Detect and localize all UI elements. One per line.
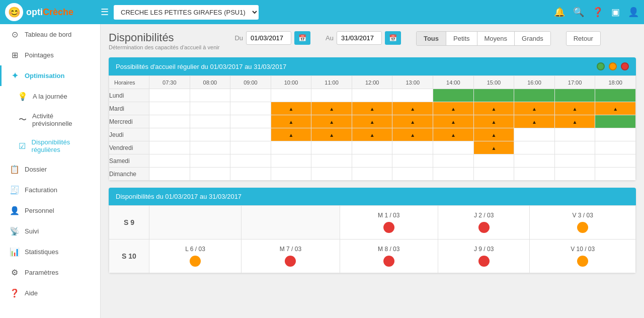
date-to-input[interactable]: [337, 31, 382, 45]
logo-area: 😊 optiCrèche: [5, 3, 96, 21]
time-slot: ▲: [352, 128, 392, 141]
avail-day-cell[interactable]: V 10 / 03: [530, 240, 636, 273]
avail-day-cell[interactable]: V 3 / 03: [530, 206, 636, 240]
time-slot: ▲: [595, 102, 636, 115]
sidebar-item-dossier[interactable]: 📋 Dossier: [0, 159, 100, 180]
sidebar-item-activite[interactable]: 〜 Activité prévisionnelle: [0, 107, 100, 133]
sidebar-label-personnel: Personnel: [25, 207, 54, 214]
time-slot: [514, 154, 555, 168]
time-slot: ▲: [433, 128, 474, 141]
time-slot: [311, 89, 352, 102]
help-icon[interactable]: ❓: [592, 7, 603, 18]
avail-day-cell[interactable]: [149, 206, 242, 240]
avail-day-label: L 6 / 03: [153, 246, 237, 253]
time-slot: [392, 168, 433, 181]
time-slot: [149, 89, 190, 102]
pointages-icon: ⊞: [10, 50, 20, 60]
schedule-panel: Possibilités d'accueil régulier du 01/03…: [109, 57, 636, 181]
day-label: Dimanche: [109, 168, 149, 181]
time-slot: [554, 154, 595, 168]
date-filter-from: Du 📅: [234, 31, 310, 45]
day-label: Jeudi: [109, 128, 149, 141]
avail-day-cell[interactable]: L 6 / 03: [149, 240, 242, 273]
sidebar-item-suivi[interactable]: 📡 Suivi: [0, 221, 100, 242]
calendar-to-button[interactable]: 📅: [385, 31, 401, 45]
time-slot: [311, 154, 352, 168]
time-slot: [230, 154, 271, 168]
filter-tous-button[interactable]: Tous: [417, 32, 446, 45]
sidebar-item-aide[interactable]: ❓ Aide: [0, 283, 100, 303]
time-slot: [433, 89, 474, 102]
time-slot: [149, 168, 190, 181]
logo-icon: 😊: [5, 3, 23, 21]
avail-dot: [383, 256, 394, 267]
avail-day-cell[interactable]: M 1 / 03: [340, 206, 438, 240]
time-slot: [514, 141, 555, 154]
schedule-panel-title: Possibilités d'accueil régulier du 01/03…: [116, 63, 286, 70]
time-slot: [554, 128, 595, 141]
time-slot: ▲: [473, 141, 514, 154]
week-label: S 10: [109, 240, 149, 273]
logo-text: optiCrèche: [26, 7, 73, 18]
sidebar: ⊙ Tableau de bord ⊞ Pointages ✦ Optimisa…: [0, 24, 101, 318]
time-slot: [271, 89, 311, 102]
legend-orange-dot: [609, 62, 617, 70]
day-label: Mercredi: [109, 115, 149, 128]
sidebar-item-parametres[interactable]: ⚙ Paramètres: [0, 262, 100, 283]
time-0800: 08:00: [190, 76, 230, 89]
time-slot: [271, 141, 311, 154]
retour-button[interactable]: Retour: [566, 31, 601, 46]
avail-day-cell[interactable]: M 7 / 03: [242, 240, 340, 273]
hamburger-button[interactable]: ☰: [101, 7, 109, 18]
time-slot: [190, 89, 230, 102]
filter-moyens-button[interactable]: Moyens: [477, 32, 515, 45]
filter-petits-button[interactable]: Petits: [446, 32, 477, 45]
sidebar-label-statistiques: Statistiques: [25, 248, 58, 256]
sidebar-label-optimisation: Optimisation: [25, 72, 64, 80]
time-slot: [352, 168, 392, 181]
sidebar-item-personnel[interactable]: 👤 Personnel: [0, 200, 100, 221]
sidebar-item-facturation[interactable]: 🧾 Facturation: [0, 180, 100, 200]
time-slot: ▲: [554, 115, 595, 128]
time-slot: ▲: [473, 128, 514, 141]
sidebar-item-optimisation[interactable]: ✦ Optimisation: [0, 65, 100, 86]
time-slot: [190, 154, 230, 168]
date-from-input[interactable]: [246, 31, 291, 45]
schedule-table: Horaires 07:30 08:00 09:00 10:00 11:00 1…: [109, 75, 636, 181]
time-slot: [473, 89, 514, 102]
schedule-panel-header: Possibilités d'accueil régulier du 01/03…: [109, 57, 636, 75]
time-slot: [514, 168, 555, 181]
panel-legend: [597, 62, 629, 70]
user-icon[interactable]: 👤: [628, 7, 639, 18]
time-slot: [392, 89, 433, 102]
time-1800: 18:00: [595, 76, 636, 89]
sidebar-label-aide: Aide: [25, 289, 38, 297]
time-1700: 17:00: [554, 76, 595, 89]
sidebar-item-pointages[interactable]: ⊞ Pointages: [0, 45, 100, 65]
time-slot: [149, 128, 190, 141]
sidebar-item-journee[interactable]: 💡 A la journée: [0, 86, 100, 107]
avail-day-cell[interactable]: M 8 / 03: [340, 240, 438, 273]
filter-grands-button[interactable]: Grands: [515, 32, 550, 45]
calendar-from-button[interactable]: 📅: [294, 31, 310, 45]
time-slot: [311, 168, 352, 181]
time-slot: [190, 128, 230, 141]
search-icon[interactable]: 🔍: [573, 7, 584, 18]
bell-icon[interactable]: 🔔: [554, 7, 565, 18]
time-slot: ▲: [473, 102, 514, 115]
time-0730: 07:30: [149, 76, 190, 89]
avail-day-cell[interactable]: [242, 206, 340, 240]
parametres-icon: ⚙: [10, 268, 20, 277]
avail-day-cell[interactable]: J 9 / 03: [438, 240, 529, 273]
time-1600: 16:00: [514, 76, 555, 89]
layout-icon[interactable]: ▣: [611, 7, 620, 18]
location-select[interactable]: CRECHE LES PETITES GIRAFES (PSU1): [114, 5, 259, 20]
time-slot: ▲: [271, 128, 311, 141]
time-slot: [433, 154, 474, 168]
time-slot: ▲: [311, 128, 352, 141]
sidebar-item-statistiques[interactable]: 📊 Statistiques: [0, 242, 100, 262]
time-slot: [392, 141, 433, 154]
sidebar-item-tableau[interactable]: ⊙ Tableau de bord: [0, 24, 100, 45]
avail-day-cell[interactable]: J 2 / 03: [438, 206, 529, 240]
sidebar-item-disponibilites[interactable]: ☑ Disponibilités régulières: [0, 133, 100, 159]
